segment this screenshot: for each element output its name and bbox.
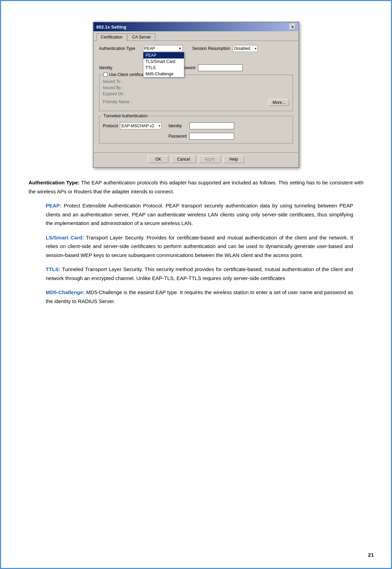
- dialog-titlebar: 802.1x Setting ×: [94, 22, 298, 31]
- friendly-name-label: Friendly Name :: [103, 99, 132, 104]
- intro-label: Authentication Type:: [29, 180, 80, 185]
- peap-text: Protect Extensible Authentication Protoc…: [46, 203, 353, 226]
- ttls-text: Tunneled Transport Layer Security. This …: [46, 266, 353, 281]
- session-label: Session Resumption: [192, 46, 230, 51]
- page-number: 21: [368, 552, 374, 558]
- tunneled-section-label: Tunneled Authentication: [104, 114, 148, 118]
- identity-label: Identity: [99, 65, 140, 70]
- protocol-select[interactable]: EAP-MSCHAP v2 EAP-MD5: [120, 122, 162, 129]
- ttls-label: TTLS:: [46, 266, 61, 272]
- apply-button[interactable]: Apply: [199, 155, 221, 163]
- tunneled-identity-input[interactable]: [189, 122, 234, 129]
- friendly-name-field: Friendly Name : More...: [103, 98, 289, 106]
- tunneled-password-input[interactable]: [189, 133, 234, 140]
- ok-button[interactable]: OK: [148, 155, 168, 163]
- expired-on-label: Expired On :: [103, 92, 126, 96]
- password-input[interactable]: [198, 64, 243, 71]
- tab-certification[interactable]: Certification: [96, 33, 127, 41]
- protocol-label: Protocol: [103, 124, 118, 128]
- ls-paragraph: LS/Smart Card: Transport Layer Security.…: [46, 233, 353, 260]
- dialog-close-button[interactable]: ×: [290, 24, 296, 30]
- auth-type-arrow: ▼: [178, 47, 182, 50]
- ls-label: LS/Smart Card:: [46, 235, 84, 240]
- issued-to-field: Issued To :: [103, 79, 289, 84]
- tunneled-section-title: Tunneled Authentication: [102, 114, 149, 118]
- auth-type-row: Authentication Type PEAP ▼ PEAP TLS/Smar…: [99, 45, 293, 52]
- use-client-cert-checkbox[interactable]: [104, 73, 108, 77]
- option-ttls[interactable]: TTLS: [143, 65, 184, 71]
- dialog-tabs: Certification CA Server: [94, 31, 298, 41]
- md5-label: MD5-Challenge:: [46, 289, 85, 295]
- tunneled-password-label: Password: [168, 134, 187, 139]
- auth-type-value: PEAP: [144, 46, 178, 51]
- more-button[interactable]: More...: [269, 99, 289, 106]
- ls-text: Transport Layer Security. Provides for c…: [46, 235, 353, 258]
- cert-section-title: Use Client certificate: [102, 72, 148, 77]
- auth-type-label: Authentication Type: [99, 46, 140, 51]
- auth-type-select[interactable]: PEAP ▼: [143, 45, 183, 52]
- peap-label: PEAP:: [46, 203, 62, 208]
- tab-ca-server[interactable]: CA Server: [128, 33, 155, 41]
- peap-block: PEAP: Protect Extensible Authentication …: [46, 201, 353, 305]
- option-md5[interactable]: Md5-Challenge: [143, 71, 184, 77]
- tunneled-auth-section: Tunneled Authentication Protocol EAP-MSC…: [99, 116, 293, 143]
- ttls-paragraph: TTLS: Tunneled Transport Layer Security.…: [46, 265, 353, 282]
- cancel-button[interactable]: Cancel: [171, 155, 196, 163]
- intro-paragraph: Authentication Type: The EAP authenticat…: [29, 178, 363, 196]
- md5-paragraph: MD5-Challenge: MD5-Challenge is the easi…: [46, 288, 353, 305]
- dialog-wrapper: 802.1x Setting × Certification CA Server…: [29, 22, 363, 168]
- expired-on-field: Expired On :: [103, 92, 289, 96]
- issued-by-label: Issued By :: [103, 85, 123, 90]
- issued-by-field: Issued By :: [103, 85, 289, 90]
- identity-row: Identity ssword: [99, 64, 293, 71]
- protocol-select-wrapper[interactable]: EAP-MSCHAP v2 EAP-MD5 ▼: [120, 122, 162, 129]
- option-peap[interactable]: PEAP: [143, 52, 184, 58]
- session-select-wrapper[interactable]: Disabled Enabled ▼: [233, 45, 258, 52]
- help-button[interactable]: Help: [224, 155, 244, 163]
- session-select[interactable]: Disabled Enabled: [233, 45, 258, 52]
- issued-to-label: Issued To :: [103, 79, 123, 84]
- cert-section-label: Use Client certificate: [109, 72, 147, 77]
- text-section: Authentication Type: The EAP authenticat…: [29, 178, 363, 305]
- dialog-body: Authentication Type PEAP ▼ PEAP TLS/Smar…: [94, 41, 298, 151]
- dialog-title: 802.1x Setting: [96, 24, 126, 30]
- option-tls[interactable]: TLS/Smart Card: [143, 58, 184, 65]
- client-cert-section: Use Client certificate Issued To : Issue…: [99, 75, 293, 111]
- dialog-802-1x: 802.1x Setting × Certification CA Server…: [93, 22, 299, 168]
- md5-text: MD5-Challenge is the easiest EAP type. I…: [46, 289, 353, 304]
- auth-type-dropdown-list: PEAP TLS/Smart Card TTLS Md5-Challenge: [143, 52, 184, 77]
- tunneled-identity-label: Identity: [168, 124, 187, 128]
- dialog-footer: OK Cancel Apply Help: [94, 152, 298, 167]
- auth-type-dropdown[interactable]: PEAP ▼ PEAP TLS/Smart Card TTLS Md5-Chal…: [143, 45, 183, 52]
- peap-paragraph: PEAP: Protect Extensible Authentication …: [46, 201, 353, 228]
